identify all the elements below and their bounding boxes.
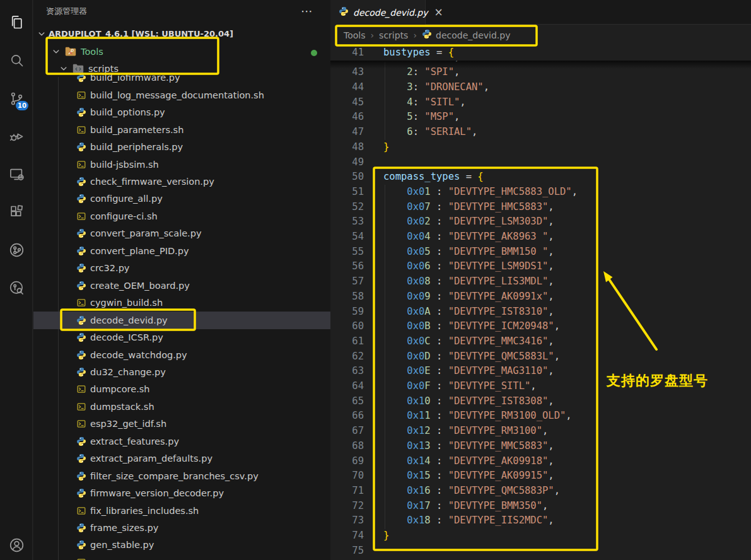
- line-number: 75: [330, 544, 364, 559]
- code-line-74[interactable]: 74}: [330, 528, 751, 544]
- file-row[interactable]: build_options.py: [33, 103, 330, 121]
- file-row[interactable]: check_firmware_version.py: [33, 173, 330, 190]
- file-row[interactable]: decode_ICSR.py: [33, 329, 330, 346]
- file-name: firmware_version_decoder.py: [90, 484, 224, 502]
- file-row[interactable]: extract_param_defaults.py: [33, 450, 330, 467]
- file-name: decode_ICSR.py: [90, 329, 163, 346]
- code-text: 0x10 : "DEVTYPE_IST8308",: [383, 394, 554, 409]
- file-row[interactable]: crc32.py: [33, 259, 330, 277]
- activity-remote-explorer-icon[interactable]: [0, 161, 33, 187]
- code-line-60[interactable]: 60 0x0B : "DEVTYPE_ICM20948",: [330, 319, 751, 334]
- file-name: build_options.py: [90, 103, 165, 121]
- breadcrumb-item[interactable]: scripts: [379, 30, 408, 40]
- code-line-63[interactable]: 63 0x0E : "DEVTYPE_MAG3110",: [330, 364, 751, 379]
- activity-account-icon[interactable]: [0, 532, 33, 558]
- code-line-49[interactable]: 49: [330, 155, 751, 170]
- code-line-46[interactable]: 46 5: "MSP",: [330, 110, 751, 125]
- python-file-icon: [76, 523, 86, 535]
- file-row[interactable]: du32_change.py: [33, 363, 330, 381]
- activity-source-control-icon[interactable]: 10: [0, 85, 33, 112]
- file-row[interactable]: frame_sizes.py: [33, 519, 330, 537]
- code-line-62[interactable]: 62 0x0D : "DEVTYPE_QMC5883L",: [330, 349, 751, 365]
- code-line-58[interactable]: 58 0x09 : "DEVTYPE_AK0991x",: [330, 289, 751, 305]
- code-line-71[interactable]: 71 0x16 : "DEVTYPE_QMC5883P",: [330, 484, 751, 499]
- code-line-55[interactable]: 55 0x05 : "DEVTYPE_BMM150 ",: [330, 245, 751, 260]
- code-line-66[interactable]: 66 0x11 : "DEVTYPE_RM3100_OLD",: [330, 409, 751, 424]
- sidebar-folder-tools[interactable]: Tools: [33, 43, 330, 61]
- more-actions-icon[interactable]: ⋯: [301, 0, 313, 21]
- file-row[interactable]: build_parameters.sh: [33, 121, 330, 139]
- sticky-scroll-line[interactable]: 41bustypes = {: [330, 45, 751, 61]
- close-icon[interactable]: ×: [434, 7, 443, 18]
- code-line-64[interactable]: 64 0x0F : "DEVTYPE_SITL",: [330, 379, 751, 394]
- code-line-53[interactable]: 53 0x02 : "DEVTYPE_LSM303D",: [330, 214, 751, 230]
- file-row[interactable]: create_OEM_board.py: [33, 277, 330, 295]
- code-text: 0x09 : "DEVTYPE_AK0991x",: [383, 289, 554, 305]
- tab-label: decode_devid.py: [353, 8, 428, 18]
- file-row[interactable]: fix_libraries_includes.sh: [33, 502, 330, 520]
- file-name: build_peripherals.py: [90, 138, 183, 156]
- breadcrumb-item[interactable]: decode_devid.py: [436, 30, 510, 40]
- line-number: 69: [330, 454, 364, 469]
- code-line-57[interactable]: 57 0x08 : "DEVTYPE_LIS3MDL",: [330, 274, 751, 289]
- file-row[interactable]: dumpcore.sh: [33, 380, 330, 398]
- code-line-48[interactable]: 48}: [330, 140, 751, 155]
- workspace-root-row[interactable]: ARDUPILOT_4.6.1 [WSL: UBUNTU-20.04]: [33, 25, 330, 42]
- file-name: build_log_message_documentation.sh: [90, 86, 264, 104]
- breadcrumb-item[interactable]: Tools: [344, 30, 366, 40]
- code-line-44[interactable]: 44 3: "DRONECAN",: [330, 80, 751, 95]
- file-row[interactable]: gen_stable.py: [33, 536, 330, 554]
- code-line-45[interactable]: 45 4: "SITL",: [330, 95, 751, 110]
- code-line-68[interactable]: 68 0x13 : "DEVTYPE_MMC5883",: [330, 439, 751, 454]
- python-file-icon: [76, 350, 86, 363]
- file-row[interactable]: configure_all.py: [33, 190, 330, 207]
- activity-files-icon[interactable]: [0, 9, 33, 35]
- activity-search-icon[interactable]: [0, 47, 33, 73]
- code-line-47[interactable]: 47 6: "SERIAL",: [330, 125, 751, 140]
- code-line-52[interactable]: 52 0x07 : "DEVTYPE_HMC5883",: [330, 200, 751, 215]
- code-line-69[interactable]: 69 0x14 : "DEVTYPE_AK09918",: [330, 454, 751, 469]
- file-row[interactable]: convert_param_scale.py: [33, 225, 330, 242]
- file-row[interactable]: filter_size_compare_branches_csv.py: [33, 467, 330, 485]
- activity-commit-search-icon[interactable]: [0, 274, 33, 301]
- activity-git-graph-icon[interactable]: [0, 236, 33, 263]
- code-line-72[interactable]: 72 0x17 : "DEVTYPE_BMM350",: [330, 499, 751, 514]
- file-row[interactable]: build-jsbsim.sh: [33, 156, 330, 173]
- file-row[interactable]: configure-ci.sh: [33, 207, 330, 225]
- file-row-selected[interactable]: decode_devid.py: [33, 312, 330, 329]
- file-name: convert_plane_PID.py: [90, 242, 189, 260]
- activity-extensions-icon[interactable]: [0, 199, 33, 225]
- file-row[interactable]: cygwin_build.sh: [33, 294, 330, 312]
- file-row[interactable]: build_iofirmware.py: [33, 69, 330, 86]
- code-line-59[interactable]: 59 0x0A : "DEVTYPE_IST8310",: [330, 305, 751, 320]
- file-row[interactable]: extract_features.py: [33, 433, 330, 450]
- vscode-window: 10 资源管理器 ⋯ ARDUPILOT_4.6.1 [WSL: UBUNTU-…: [0, 0, 751, 560]
- code-line-51[interactable]: 51 0x01 : "DEVTYPE_HMC5883_OLD",: [330, 185, 751, 200]
- file-row[interactable]: build_log_message_documentation.sh: [33, 86, 330, 104]
- file-row[interactable]: build_peripherals.py: [33, 138, 330, 156]
- file-row[interactable]: decode_watchdog.py: [33, 346, 330, 364]
- code-line-73[interactable]: 73 0x18 : "DEVTYPE_IIS2MDC",: [330, 513, 751, 528]
- python-file-icon: [76, 107, 86, 120]
- file-row[interactable]: convert_plane_PID.py: [33, 242, 330, 260]
- code-line-75[interactable]: 75: [330, 544, 751, 559]
- code-line-56[interactable]: 56 0x06 : "DEVTYPE_LSM9DS1",: [330, 259, 751, 274]
- code-line-54[interactable]: 54 0x04 : "DEVTYPE_AK8963 ",: [330, 230, 751, 245]
- code-text: compass_types = {: [383, 170, 484, 185]
- tab-decode-devid[interactable]: decode_devid.py ×: [330, 0, 426, 25]
- line-number: 48: [330, 140, 364, 155]
- file-row[interactable]: [33, 554, 330, 560]
- code-line-50[interactable]: 50compass_types = {: [330, 170, 751, 185]
- activity-run-debug-icon[interactable]: [0, 123, 33, 149]
- file-row[interactable]: dumpstack.sh: [33, 398, 330, 416]
- shell-file-icon: [76, 90, 86, 103]
- code-line-61[interactable]: 61 0x0C : "DEVTYPE_MMC3416",: [330, 334, 751, 349]
- code-line-67[interactable]: 67 0x12 : "DEVTYPE_RM3100",: [330, 424, 751, 439]
- code-text: 5: "MSP",: [383, 110, 460, 125]
- code-line-65[interactable]: 65 0x10 : "DEVTYPE_IST8308",: [330, 394, 751, 409]
- file-row[interactable]: esp32_get_idf.sh: [33, 415, 330, 433]
- code-line-70[interactable]: 70 0x15 : "DEVTYPE_AK09915",: [330, 469, 751, 484]
- file-row[interactable]: firmware_version_decoder.py: [33, 484, 330, 502]
- python-file-icon: [76, 367, 86, 380]
- file-name: cygwin_build.sh: [90, 294, 163, 312]
